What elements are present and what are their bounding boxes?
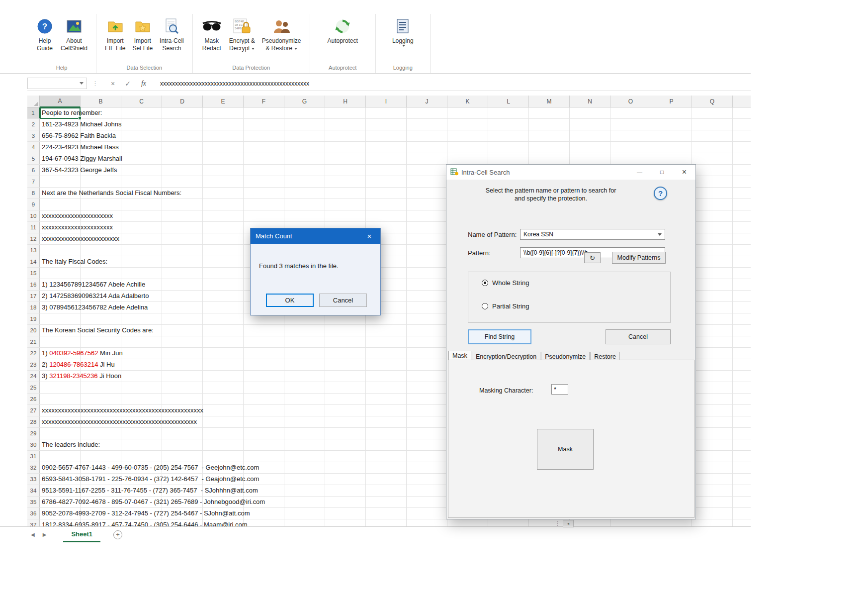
cell-A28[interactable]: xxxxxxxxxxxxxxxxxxxxxxxxxxxxxxxxxxxxxxxx…	[42, 416, 197, 427]
refresh-patterns-button[interactable]: ↻	[584, 252, 601, 263]
row-header-20[interactable]: 20	[27, 325, 40, 336]
row-header-26[interactable]: 26	[27, 394, 40, 404]
row-header-25[interactable]: 25	[27, 382, 40, 393]
column-header-I[interactable]: I	[366, 96, 407, 107]
cell-A34[interactable]: 9513-5591-1167-2255 - 311-76-7455 - (727…	[42, 485, 258, 496]
row-header-10[interactable]: 10	[27, 210, 40, 221]
row-header-37[interactable]: 37	[27, 519, 40, 526]
cell-A27[interactable]: xxxxxxxxxxxxxxxxxxxxxxxxxxxxxxxxxxxxxxxx…	[42, 405, 203, 416]
modify-patterns-button[interactable]: Modify Patterns	[612, 252, 666, 264]
cell-A5[interactable]: 194-67-0943 Ziggy Marshall	[42, 153, 122, 164]
row-header-29[interactable]: 29	[27, 428, 40, 439]
column-header-J[interactable]: J	[407, 96, 447, 107]
row-header-3[interactable]: 3	[27, 130, 40, 141]
column-header-N[interactable]: N	[570, 96, 610, 107]
logging-button[interactable]: Logging	[389, 14, 417, 48]
cell-A17[interactable]: 2) 1472583690963214 Ada Adalberto	[42, 291, 149, 301]
find-string-button[interactable]: Find String	[468, 329, 531, 344]
column-header-H[interactable]: H	[325, 96, 366, 107]
partial-string-radio[interactable]: Partial String	[482, 302, 529, 310]
row-header-23[interactable]: 23	[27, 359, 40, 370]
mask-action-button[interactable]: Mask	[537, 429, 594, 470]
cell-A1[interactable]: People to remember:	[42, 107, 102, 118]
sheet-tab-sheet1[interactable]: Sheet1	[63, 527, 100, 542]
row-header-27[interactable]: 27	[27, 405, 40, 416]
column-header-K[interactable]: K	[447, 96, 488, 107]
row-header-24[interactable]: 24	[27, 371, 40, 382]
cell-A16[interactable]: 1) 1234567891234567 Abele Achille	[42, 279, 145, 290]
cell-A32[interactable]: 0902-5657-4767-1443 - 499-60-0735 - (205…	[42, 462, 259, 473]
dialog-cancel-button[interactable]: Cancel	[606, 329, 671, 344]
column-header-A[interactable]: A	[40, 96, 81, 107]
masking-character-input[interactable]	[551, 384, 568, 395]
column-header-F[interactable]: F	[244, 96, 284, 107]
maximize-button[interactable]: □	[651, 165, 673, 180]
close-button[interactable]: ×	[673, 165, 695, 180]
column-header-Q[interactable]: Q	[692, 96, 733, 107]
column-header-C[interactable]: C	[121, 96, 162, 107]
intra-cell-search-button[interactable]: Intra-Cell Search	[156, 14, 187, 54]
row-header-30[interactable]: 30	[27, 439, 40, 450]
cell-A12[interactable]: xxxxxxxxxxxxxxxxxxxxxxxx	[42, 233, 119, 244]
mask-redact-button[interactable]: Mask Redact	[198, 14, 226, 54]
encrypt-decrypt-button[interactable]: BD74E38 1C54F8 Encrypt & Decrypt	[226, 14, 259, 54]
cell-A4[interactable]: 224-23-4923 Michael Bass	[42, 142, 119, 153]
about-cellshield-button[interactable]: About CellShield	[57, 14, 91, 54]
row-header-13[interactable]: 13	[27, 245, 40, 256]
row-header-18[interactable]: 18	[27, 302, 40, 313]
column-header-B[interactable]: B	[81, 96, 121, 107]
import-set-file-button[interactable]: Import Set File	[129, 14, 156, 54]
row-header-5[interactable]: 5	[27, 153, 40, 164]
column-header-G[interactable]: G	[284, 96, 325, 107]
help-icon[interactable]: ?	[654, 187, 667, 200]
row-header-28[interactable]: 28	[27, 416, 40, 427]
row-header-32[interactable]: 32	[27, 462, 40, 473]
import-eif-file-button[interactable]: Import EIF File	[101, 14, 129, 54]
sheet-nav-left-icon[interactable]: ◀	[31, 532, 35, 537]
column-header-O[interactable]: O	[610, 96, 651, 107]
column-header-L[interactable]: L	[488, 96, 529, 107]
help-guide-button[interactable]: ? Help Guide	[32, 14, 57, 54]
pseudonymize-restore-button[interactable]: Pseudonymize & Restore	[259, 14, 305, 54]
dialog-titlebar[interactable]: Match Count ×	[251, 228, 380, 244]
formula-enter-icon[interactable]: ✓	[120, 80, 135, 88]
cancel-button[interactable]: Cancel	[319, 294, 367, 307]
formula-cancel-icon[interactable]: ×	[105, 80, 120, 88]
cell-A33[interactable]: 6593-5841-3058-1791 - 225-76-0934 - (372…	[42, 474, 259, 485]
row-header-36[interactable]: 36	[27, 508, 40, 519]
cell-A24[interactable]: 3) 321198-2345236 Ji Hoon	[42, 371, 121, 382]
cell-A37[interactable]: 1812-8334-6935-8917 - 457-74-7450 - (305…	[42, 519, 248, 526]
row-header-19[interactable]: 19	[27, 313, 40, 324]
cell-A11[interactable]: xxxxxxxxxxxxxxxxxxxxxx	[42, 222, 113, 233]
dialog-titlebar[interactable]: Intra-Cell Search — □ ×	[446, 165, 695, 180]
cell-A18[interactable]: 3) 0789456123456782 Adele Adelina	[42, 302, 148, 313]
formula-input[interactable]: xxxxxxxxxxxxxxxxxxxxxxxxxxxxxxxxxxxxxxxx…	[160, 80, 309, 87]
row-header-14[interactable]: 14	[27, 256, 40, 267]
row-header-9[interactable]: 9	[27, 199, 40, 210]
row-header-4[interactable]: 4	[27, 142, 40, 153]
cell-A30[interactable]: The leaders include:	[42, 439, 100, 450]
add-sheet-button[interactable]: +	[113, 530, 122, 539]
column-header-D[interactable]: D	[162, 96, 203, 107]
row-header-17[interactable]: 17	[27, 291, 40, 301]
row-header-35[interactable]: 35	[27, 497, 40, 507]
cell-A35[interactable]: 6786-4827-7092-4678 - 895-07-0467 - (321…	[42, 497, 265, 507]
name-box-dropdown-icon[interactable]	[80, 82, 84, 85]
select-all-corner[interactable]	[27, 96, 40, 107]
minimize-button[interactable]: —	[628, 165, 651, 180]
sheet-nav-right-icon[interactable]: ▶	[43, 532, 47, 537]
row-header-21[interactable]: 21	[27, 336, 40, 347]
whole-string-radio[interactable]: Whole String	[482, 279, 529, 287]
cell-A14[interactable]: The Italy Fiscal Codes:	[42, 256, 107, 267]
cell-A3[interactable]: 656-75-8962 Faith Backla	[42, 130, 116, 141]
cell-A8[interactable]: Next are the Netherlands Social Fiscal N…	[42, 188, 181, 199]
cell-A22[interactable]: 1) 040392-5967562 Min Jun	[42, 348, 123, 359]
insert-function-icon[interactable]: fx	[135, 80, 152, 88]
column-header-P[interactable]: P	[651, 96, 692, 107]
column-header-M[interactable]: M	[529, 96, 570, 107]
cell-A36[interactable]: 9052-2078-4993-2709 - 312-24-7945 - (727…	[42, 508, 250, 519]
pattern-name-select[interactable]: Korea SSN	[520, 229, 665, 240]
row-header-7[interactable]: 7	[27, 176, 40, 187]
row-header-2[interactable]: 2	[27, 119, 40, 130]
column-header-E[interactable]: E	[203, 96, 244, 107]
